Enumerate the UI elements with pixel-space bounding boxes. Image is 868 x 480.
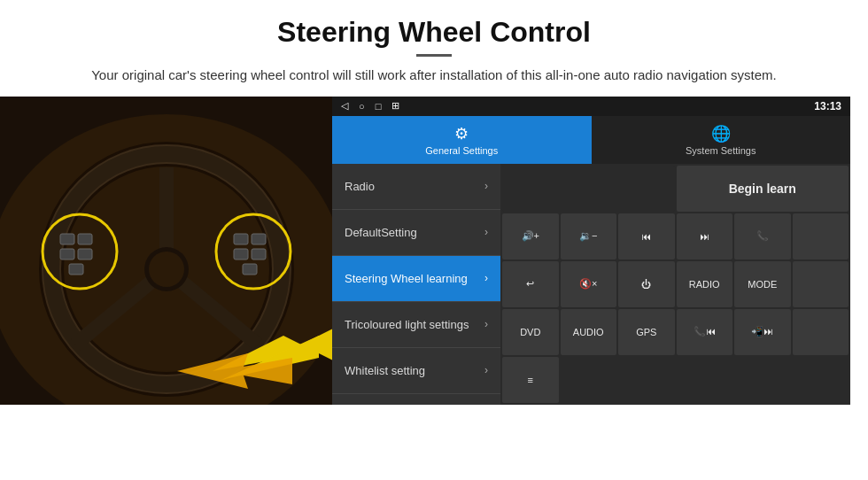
svg-rect-15 — [78, 249, 92, 259]
call-next-button[interactable]: 📲⏭ — [734, 309, 791, 355]
mode-button[interactable]: MODE — [734, 261, 791, 307]
call-prev-button[interactable]: 📞⏮ — [677, 309, 733, 355]
chevron-right-icon: › — [484, 272, 488, 284]
chevron-right-icon: › — [484, 180, 488, 192]
status-bar-nav: ◁ ○ □ ⊞ — [341, 100, 399, 112]
next-track-icon: ⏭ — [700, 231, 709, 242]
tab-system-label: System Settings — [686, 145, 756, 156]
page-title: Steering Wheel Control — [35, 16, 833, 49]
volume-up-button[interactable]: 🔊+ — [502, 213, 559, 259]
volume-down-icon: 🔉− — [579, 230, 597, 242]
tab-general[interactable]: ⚙ General Settings — [332, 116, 592, 164]
back-icon: ↩ — [526, 278, 534, 290]
radio-button[interactable]: RADIO — [677, 261, 733, 307]
media-menu-button[interactable]: ≡ — [502, 357, 559, 403]
system-settings-icon: 🌐 — [711, 124, 731, 143]
power-button[interactable]: ⏻ — [618, 261, 675, 307]
gps-button[interactable]: GPS — [618, 309, 675, 355]
begin-learn-button[interactable]: Begin learn — [677, 166, 849, 212]
volume-up-icon: 🔊+ — [522, 230, 539, 242]
empty-cell-4 — [793, 309, 849, 355]
dvd-label: DVD — [520, 327, 540, 337]
svg-rect-18 — [252, 234, 266, 244]
home-nav[interactable]: ○ — [359, 101, 365, 112]
menu-item-steering-label: Steering Wheel learning — [345, 272, 468, 285]
prev-track-icon: ⏮ — [641, 231, 651, 242]
mute-button[interactable]: 🔇× — [561, 261, 617, 307]
svg-rect-19 — [234, 249, 248, 259]
svg-rect-17 — [234, 234, 248, 244]
media-menu-icon: ≡ — [528, 375, 533, 385]
back-button[interactable]: ↩ — [502, 261, 559, 307]
next-track-button[interactable]: ⏭ — [677, 213, 733, 259]
menu-item-radio[interactable]: Radio › — [332, 164, 500, 210]
right-controls-grid: Begin learn 🔊+ 🔉− ⏮ ⏭ 📞 — [500, 164, 850, 405]
call-next-icon: 📲⏭ — [751, 326, 773, 337]
svg-rect-13 — [78, 234, 92, 244]
left-menu: Radio › DefaultSetting › Steering Wheel … — [332, 164, 500, 405]
menu-item-radio-label: Radio — [345, 180, 375, 193]
cast-nav[interactable]: ⊞ — [391, 100, 399, 112]
svg-rect-20 — [252, 249, 266, 259]
power-icon: ⏻ — [641, 279, 651, 290]
mode-label: MODE — [748, 279, 777, 290]
menu-item-whitelist[interactable]: Whitelist setting › — [332, 348, 500, 394]
empty-cell-3 — [793, 261, 849, 307]
title-divider — [416, 54, 452, 57]
tab-general-label: General Settings — [425, 145, 498, 156]
menu-item-tricoloured[interactable]: Tricoloured light settings › — [332, 302, 500, 348]
volume-down-button[interactable]: 🔉− — [561, 213, 617, 259]
page-subtitle: Your original car's steering wheel contr… — [35, 66, 833, 86]
audio-label: AUDIO — [573, 327, 604, 337]
empty-cell-2 — [793, 213, 849, 259]
status-bar-time: 13:13 — [814, 100, 841, 112]
tab-system[interactable]: 🌐 System Settings — [592, 116, 851, 164]
recent-nav[interactable]: □ — [376, 101, 382, 112]
chevron-right-icon: › — [484, 318, 488, 330]
content-row: ◁ ○ □ ⊞ 13:13 ⚙ General Settings 🌐 Syste… — [0, 97, 868, 405]
menu-item-whitelist-label: Whitelist setting — [345, 364, 425, 377]
android-ui: ◁ ○ □ ⊞ 13:13 ⚙ General Settings 🌐 Syste… — [332, 97, 850, 405]
general-settings-icon: ⚙ — [454, 124, 469, 143]
mute-icon: 🔇× — [579, 278, 597, 290]
menu-item-steering-wheel[interactable]: Steering Wheel learning › — [332, 256, 500, 302]
prev-track-button[interactable]: ⏮ — [618, 213, 675, 259]
phone-icon: 📞 — [756, 230, 769, 242]
chevron-right-icon: › — [484, 364, 488, 376]
svg-rect-16 — [69, 264, 83, 275]
gps-label: GPS — [636, 327, 656, 337]
call-prev-icon: 📞⏮ — [694, 326, 716, 337]
steering-wheel-image — [0, 97, 332, 405]
svg-rect-14 — [60, 249, 74, 259]
status-bar: ◁ ○ □ ⊞ 13:13 — [332, 97, 850, 116]
svg-rect-12 — [60, 234, 74, 244]
svg-rect-21 — [243, 264, 257, 275]
menu-controls: Radio › DefaultSetting › Steering Wheel … — [332, 164, 850, 405]
tab-bar: ⚙ General Settings 🌐 System Settings — [332, 116, 850, 164]
audio-button[interactable]: AUDIO — [561, 309, 617, 355]
dvd-button[interactable]: DVD — [502, 309, 559, 355]
menu-item-default-setting[interactable]: DefaultSetting › — [332, 210, 500, 256]
menu-item-tricoloured-label: Tricoloured light settings — [345, 318, 469, 331]
empty-cell-1 — [502, 166, 675, 212]
back-nav[interactable]: ◁ — [341, 100, 348, 112]
chevron-right-icon: › — [484, 226, 488, 238]
phone-button[interactable]: 📞 — [734, 213, 791, 259]
svg-point-9 — [149, 252, 184, 287]
radio-label: RADIO — [689, 279, 720, 290]
header-section: Steering Wheel Control Your original car… — [0, 0, 868, 97]
menu-item-default-label: DefaultSetting — [345, 226, 417, 239]
